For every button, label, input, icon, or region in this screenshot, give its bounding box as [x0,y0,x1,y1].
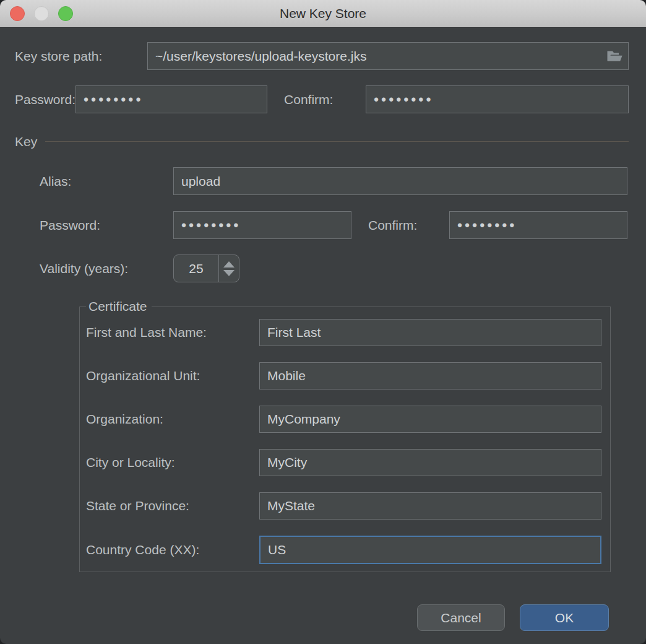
certificate-row-city: City or Locality: [86,449,601,476]
keystore-path-input[interactable] [147,42,629,70]
minimize-button[interactable] [34,6,49,21]
certificate-row-org-unit: Organizational Unit: [86,362,601,389]
key-password-input[interactable] [173,211,351,239]
keystore-confirm-input[interactable] [366,85,629,113]
certificate-row-country: Country Code (XX): [86,536,601,564]
certificate-row-state: State or Province: [86,492,601,520]
title-bar[interactable]: New Key Store [0,0,646,28]
separator-line [45,141,629,142]
keystore-confirm-label: Confirm: [284,92,366,107]
triangle-up-icon[interactable] [223,261,235,268]
city-input[interactable] [259,449,601,476]
dialog-content: Key store path: Password: Confirm: [0,42,646,631]
validity-spinner[interactable]: 25 [173,255,239,282]
alias-label: Alias: [40,174,173,189]
cancel-button[interactable]: Cancel [417,604,505,631]
key-confirm-input[interactable] [449,211,627,239]
folder-open-icon [606,56,623,65]
first-last-name-input[interactable] [259,319,601,346]
keystore-password-row: Password: Confirm: [15,85,629,113]
dialog-buttons: Cancel OK [40,604,609,631]
triangle-down-icon[interactable] [223,270,235,276]
new-key-store-dialog: New Key Store Key store path: Passw [0,0,646,644]
window-title: New Key Store [280,6,366,21]
first-last-name-label: First and Last Name: [86,325,259,340]
certificate-group: Certificate First and Last Name: Organiz… [79,299,611,572]
organization-label: Organization: [86,412,259,427]
validity-label: Validity (years): [40,261,173,276]
certificate-row-organization: Organization: [86,406,601,433]
country-code-input[interactable] [259,536,601,564]
browse-button[interactable] [606,49,623,63]
organization-input[interactable] [259,406,601,433]
state-input[interactable] [259,492,601,520]
key-section-separator: Key [15,134,629,149]
validity-stepper[interactable] [219,255,239,282]
keystore-password-input[interactable] [75,85,267,113]
alias-row: Alias: [40,167,627,195]
ok-button[interactable]: OK [520,604,609,631]
alias-input[interactable] [173,167,627,195]
traffic-lights [10,6,73,21]
keystore-path-row: Key store path: [15,42,629,70]
validity-row: Validity (years): 25 [40,255,627,282]
keystore-path-label: Key store path: [15,49,147,64]
zoom-button[interactable] [58,6,73,21]
certificate-row-name: First and Last Name: [86,319,601,346]
org-unit-label: Organizational Unit: [86,368,259,383]
country-code-label: Country Code (XX): [86,542,259,557]
close-button[interactable] [10,6,25,21]
state-label: State or Province: [86,498,259,513]
certificate-title: Certificate [86,299,152,314]
key-password-label: Password: [40,218,173,233]
key-confirm-label: Confirm: [368,218,449,233]
key-section-title: Key [15,134,37,149]
key-password-row: Password: Confirm: [40,211,627,239]
org-unit-input[interactable] [259,362,601,389]
city-label: City or Locality: [86,455,259,470]
key-section: Alias: Password: Confirm: Validity (year… [40,167,627,631]
validity-value[interactable]: 25 [174,255,219,282]
keystore-password-label: Password: [15,92,75,107]
